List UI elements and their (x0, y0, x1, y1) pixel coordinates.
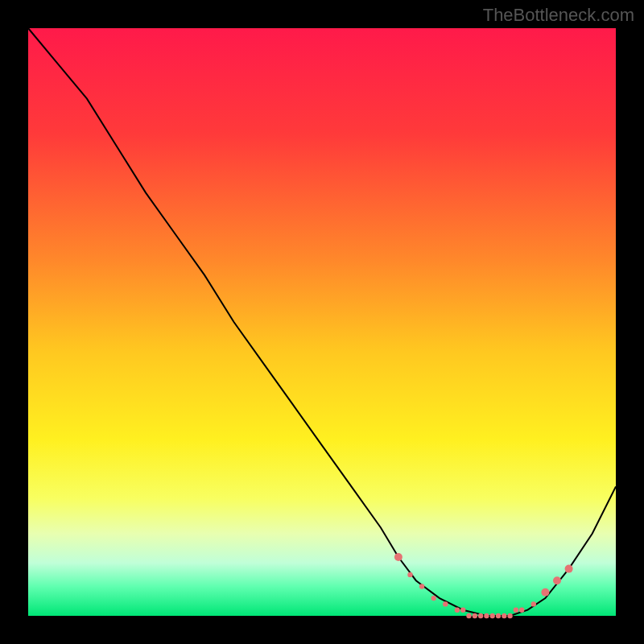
watermark-text: TheBottleneck.com (483, 5, 634, 26)
highlight-dot (514, 608, 518, 613)
chart-svg (28, 28, 616, 616)
highlight-dot (490, 613, 495, 618)
bottleneck-curve (28, 28, 616, 616)
highlight-dot (541, 588, 549, 597)
highlight-dot (478, 613, 483, 618)
highlight-dot (496, 613, 501, 618)
highlight-dot (419, 584, 424, 588)
highlight-dot (553, 576, 561, 584)
highlight-dot (431, 596, 436, 601)
highlight-dot (473, 613, 477, 618)
highlight-dot (407, 572, 412, 577)
highlight-dot (565, 565, 573, 573)
highlight-dot (519, 608, 524, 613)
highlight-dot (455, 608, 460, 613)
highlight-dots-group (394, 553, 573, 618)
highlight-dot (443, 601, 448, 606)
highlight-dot (507, 613, 512, 618)
highlight-dot (394, 553, 402, 561)
highlight-dot (460, 608, 465, 613)
highlight-dot (484, 613, 489, 618)
highlight-dot (502, 613, 506, 618)
highlight-dot (531, 601, 536, 606)
plot-area (28, 28, 616, 616)
highlight-dot (466, 613, 471, 618)
